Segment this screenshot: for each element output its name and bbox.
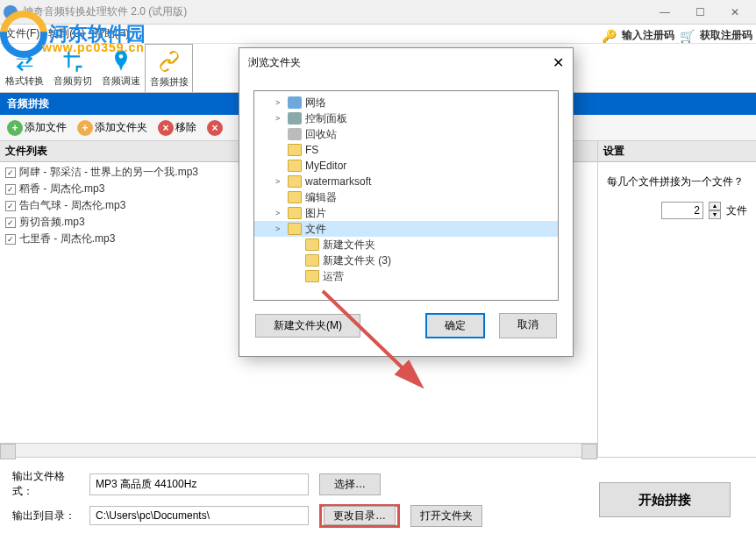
output-panel: 输出文件格式： MP3 高品质 44100Hz 选择… 输出到目录： C:\Us… [0,457,756,531]
remove-icon: × [158,120,174,136]
settings-panel: 设置 每几个文件拼接为一个文件？ 2 ▲▼ 文件 [598,141,756,457]
new-folder-button[interactable]: 新建文件夹(M) [255,314,360,338]
expand-icon[interactable]: > [275,114,284,123]
tree-node-label: watermarksoft [305,175,371,188]
watermark-icon [0,11,47,58]
checkbox-icon[interactable]: ✓ [5,234,16,245]
file-name: 稻香 - 周杰伦.mp3 [19,181,104,196]
tree-node[interactable]: 编辑器 [254,189,558,205]
tree-node[interactable]: 运营 [254,268,558,284]
expand-icon[interactable]: > [275,209,284,217]
folder-icon [288,96,302,109]
change-dir-highlight: 更改目录… [319,504,400,528]
close-button[interactable]: ✕ [717,0,752,25]
open-folder-button[interactable]: 打开文件夹 [410,505,482,527]
tree-node[interactable]: >网络 [254,95,558,110]
tree-node[interactable]: >控制面板 [254,110,558,126]
tree-node[interactable]: FS [254,142,558,158]
folder-icon [305,238,319,251]
file-count-input[interactable]: 2 [661,202,703,219]
tree-node-label: 新建文件夹 [323,238,375,253]
folder-icon [288,160,302,172]
cart-icon: 🛒 [680,29,695,43]
choose-format-button[interactable]: 选择… [319,473,381,495]
tree-node-label: 图片 [305,206,326,221]
tree-node-label: 网络 [305,96,326,110]
watermark-logo: 河东软件园 www.pc0359.cn [0,11,146,58]
output-dir-label: 输出到目录： [12,509,79,523]
expand-icon[interactable]: > [275,177,284,186]
expand-icon[interactable]: > [275,98,284,107]
tree-node[interactable]: MyEditor [254,158,558,174]
clear-button[interactable]: × [203,118,226,138]
browse-folder-dialog: 浏览文件夹 ✕ >网络>控制面板回收站FSMyEditor>watermarks… [239,47,574,357]
folder-icon [305,270,319,282]
checkbox-icon[interactable]: ✓ [5,184,16,195]
start-concat-button[interactable]: 开始拼接 [599,482,731,517]
folder-icon [288,207,302,219]
tree-node[interactable]: 新建文件夹 [254,237,558,253]
checkbox-icon[interactable]: ✓ [5,217,16,228]
top-right-links: 🔑 输入注册码 🛒 获取注册码 [598,26,756,45]
folder-icon [288,112,302,125]
watermark-url: www.pc0359.cn [42,40,145,54]
change-dir-button[interactable]: 更改目录… [324,506,396,525]
folder-plus-icon: + [77,120,93,136]
add-file-button[interactable]: + 添加文件 [4,118,70,138]
link-icon [157,49,182,74]
remove-button[interactable]: × 移除 [154,118,200,138]
cancel-button[interactable]: 取消 [499,313,557,338]
tree-node-label: FS [305,144,318,156]
settings-header: 设置 [598,141,756,162]
file-name: 剪切音频.mp3 [19,215,85,230]
add-folder-button[interactable]: + 添加文件夹 [74,118,151,138]
tree-node[interactable]: >文件 [254,221,558,237]
horizontal-scrollbar[interactable] [0,443,597,457]
folder-icon [305,254,319,267]
settings-question: 每几个文件拼接为一个文件？ [607,174,747,189]
key-icon: 🔑 [602,29,617,43]
plus-icon: + [7,120,23,136]
tree-node[interactable]: 新建文件夹 (3) [254,253,558,268]
tree-node-label: 控制面板 [305,111,347,126]
tree-node[interactable]: >watermarksoft [254,174,558,189]
tree-node[interactable]: >图片 [254,205,558,221]
clear-icon: × [207,120,223,136]
folder-icon [288,175,302,188]
file-name: 阿肆 - 郭采洁 - 世界上的另一个我.mp3 [19,165,198,180]
file-count-unit: 文件 [726,203,747,218]
output-format-value: MP3 高品质 44100Hz [89,473,309,495]
folder-tree[interactable]: >网络>控制面板回收站FSMyEditor>watermarksoft编辑器>图… [253,90,559,301]
tree-node-label: 新建文件夹 (3) [323,253,391,268]
tree-node-label: 文件 [305,222,326,237]
folder-icon [288,191,302,203]
checkbox-icon[interactable]: ✓ [5,201,16,211]
dialog-close-button[interactable]: ✕ [553,54,564,71]
enter-regcode-link[interactable]: 输入注册码 [622,28,674,43]
output-format-label: 输出文件格式： [12,469,79,499]
maximize-button[interactable]: ☐ [682,0,717,25]
ok-button[interactable]: 确定 [425,313,485,338]
tree-node-label: 运营 [323,269,344,284]
tree-node[interactable]: 回收站 [254,126,558,142]
file-count-spinner[interactable]: ▲▼ [709,202,721,219]
checkbox-icon[interactable]: ✓ [5,167,16,178]
get-regcode-link[interactable]: 获取注册码 [700,28,752,43]
output-dir-value[interactable]: C:\Users\pc\Documents\ [89,506,309,525]
expand-icon[interactable]: > [275,224,284,233]
tree-node-label: MyEditor [305,160,346,172]
folder-icon [288,223,302,235]
dialog-title: 浏览文件夹 [248,55,553,70]
file-name: 七里香 - 周杰伦.mp3 [19,231,115,246]
minimize-button[interactable]: — [647,0,682,25]
file-name: 告白气球 - 周杰伦.mp3 [19,198,125,213]
tool-audio-concat[interactable]: 音频拼接 [145,44,193,92]
tree-node-label: 回收站 [305,127,337,142]
folder-icon [288,144,302,156]
tree-node-label: 编辑器 [305,190,337,205]
folder-icon [288,128,302,140]
